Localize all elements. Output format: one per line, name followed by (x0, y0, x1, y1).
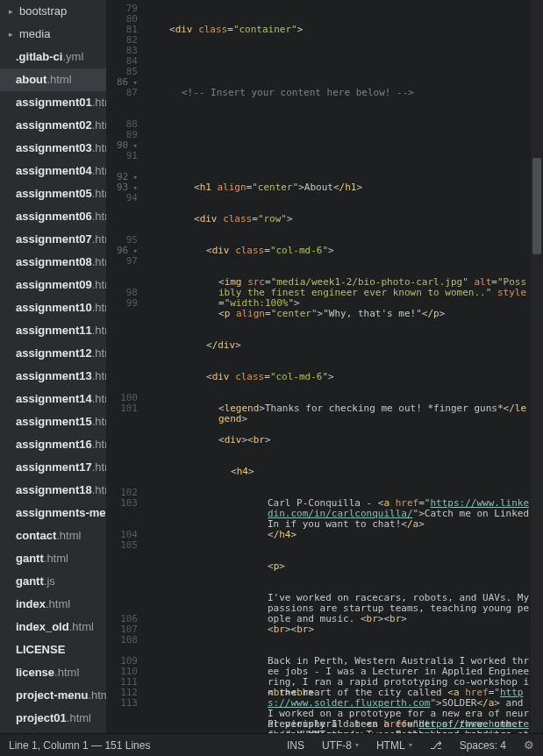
file-assignment05[interactable]: assignment05.htm (0, 182, 106, 205)
chevron-right-icon: ▸ (9, 3, 16, 20)
file-index_old[interactable]: index_old.html (0, 616, 106, 638)
file-.gitlab-ci[interactable]: .gitlab-ci.yml (0, 46, 106, 68)
file-assignment02[interactable]: assignment02.htm (0, 114, 106, 137)
status-language[interactable]: HTML▾ (376, 739, 412, 752)
file-assignment13[interactable]: assignment13.htm (0, 365, 106, 388)
file-project01[interactable]: project01.html (0, 707, 106, 730)
file-assignment12[interactable]: assignment12.htm (0, 342, 106, 365)
folder-bootstrap[interactable]: ▸bootstrap (0, 0, 106, 23)
file-assignment14[interactable]: assignment14.htm (0, 388, 106, 410)
file-assignment09[interactable]: assignment09.htm (0, 274, 106, 296)
scroll-thumb[interactable] (532, 158, 541, 254)
file-assignment10[interactable]: assignment10.htm (0, 296, 106, 319)
file-assignment04[interactable]: assignment04.htm (0, 160, 106, 182)
file-assignment03[interactable]: assignment03.htm (0, 137, 106, 160)
status-indent[interactable]: Spaces: 4 (460, 739, 506, 752)
chevron-right-icon: ▸ (9, 25, 16, 43)
line-gutter: 7980818283848586878889909192939495969798… (106, 0, 145, 733)
status-overwrite-mode[interactable]: INS (287, 739, 304, 752)
file-LICENSE[interactable]: LICENSE (0, 638, 106, 661)
file-gantt[interactable]: gantt.html (0, 547, 106, 570)
status-encoding[interactable]: UTF-8▾ (322, 739, 359, 752)
folder-media[interactable]: ▸media (0, 23, 106, 46)
file-assignment06[interactable]: assignment06.htm (0, 205, 106, 228)
file-gantt[interactable]: gantt.js (0, 570, 106, 593)
status-git-icon[interactable]: ⎇ (430, 739, 442, 752)
status-bar: Line 1, Column 1 — 151 Lines INS UTF-8▾ … (0, 733, 543, 756)
settings-icon[interactable]: ⚙ (524, 738, 534, 752)
file-assignment07[interactable]: assignment07.htm (0, 228, 106, 251)
code-editor[interactable]: <div class="container"> <!-- Insert your… (145, 0, 531, 733)
file-project-menu[interactable]: project-menu.htm (0, 684, 106, 707)
file-tree[interactable]: ▸bootstrap▸media.gitlab-ci.ymlabout.html… (0, 0, 106, 733)
file-assignment11[interactable]: assignment11.htm (0, 319, 106, 342)
file-assignment17[interactable]: assignment17.htm (0, 456, 106, 479)
file-assignment18[interactable]: assignment18.htm (0, 479, 106, 502)
status-cursor-pos[interactable]: Line 1, Column 1 — 151 Lines (9, 739, 150, 752)
scrollbar-vertical[interactable] (531, 0, 543, 733)
file-assignment16[interactable]: assignment16.htm (0, 433, 106, 456)
file-contact[interactable]: contact.html (0, 524, 106, 547)
file-assignment15[interactable]: assignment15.htm (0, 410, 106, 433)
file-assignments-menu[interactable]: assignments-menu (0, 502, 106, 524)
file-assignment08[interactable]: assignment08.htm (0, 251, 106, 274)
file-assignment01[interactable]: assignment01.htm (0, 91, 106, 114)
file-index[interactable]: index.html (0, 593, 106, 616)
file-about[interactable]: about.html (0, 68, 106, 91)
file-license[interactable]: license.html (0, 661, 106, 684)
